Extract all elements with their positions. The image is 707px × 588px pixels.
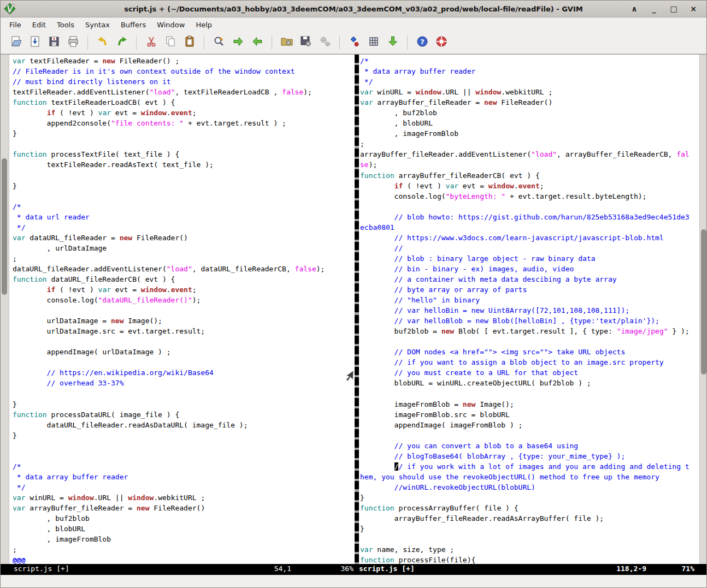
code-line: var arrayBuffer_fileReader = new FileRea…: [13, 503, 355, 513]
code-line: ;: [13, 544, 355, 555]
statusline-scroll-percent: 36%: [341, 565, 354, 573]
code-pane-left[interactable]: var textFileReader = new FileReader() ;/…: [13, 56, 355, 565]
toolbar-paste-button[interactable]: [180, 34, 199, 51]
gvim-window: script.js + (~/Documents/a03_hobby/a03_3…: [0, 0, 707, 588]
code-line: buf2blob = new Blob( [ evt.target.result…: [360, 326, 699, 336]
code-line: // you can convert a blob to a base64 us…: [360, 441, 699, 451]
save-icon: [28, 35, 42, 50]
menu-help[interactable]: Help: [190, 19, 217, 31]
toolbar-find-prev-button[interactable]: [248, 34, 267, 51]
code-line: //winURL.revokeObjectURL(blobURL): [360, 482, 699, 492]
toolbar-copy-button[interactable]: [161, 34, 180, 51]
vertical-split-separator[interactable]: [355, 55, 359, 565]
code-line: var arrayBuffer_fileReader = new FileRea…: [360, 97, 699, 108]
maximize-button[interactable]: □: [669, 4, 678, 13]
code-line: [360, 201, 699, 212]
statusline-filename: script.js [+]: [14, 565, 69, 573]
toolbar-run-script-button[interactable]: [315, 34, 334, 51]
toolbar-load-session-button[interactable]: [277, 34, 296, 51]
toolbar-save-all-button[interactable]: [44, 34, 63, 51]
code-line: function processArrayBuffer( file ) {: [360, 503, 699, 513]
code-line: var name, size, type ;: [360, 544, 699, 555]
minimize-button[interactable]: _: [650, 4, 658, 13]
menu-tools[interactable]: Tools: [51, 19, 80, 31]
code-line: ;: [13, 253, 355, 264]
toolbar: ?: [1, 32, 706, 54]
code-line: /*: [360, 56, 699, 66]
menu-file[interactable]: File: [4, 19, 27, 31]
code-line: ;: [360, 139, 699, 149]
copy-icon: [164, 35, 177, 50]
code-line: * data array buffer reader: [13, 472, 355, 482]
statusline-cursor-position: 118,2-9: [616, 565, 646, 573]
build-tags-icon: [367, 35, 380, 50]
code-line: // blob howto: https://gist.github.com/h…: [360, 212, 699, 222]
menu-buffers[interactable]: Buffers: [115, 19, 151, 31]
toolbar-save-session-button[interactable]: [296, 34, 315, 51]
code-line: , imageFromBlob: [360, 128, 699, 139]
toolbar-separator: [87, 35, 88, 50]
toolbar-redo-button[interactable]: [112, 34, 131, 51]
code-line: , buf2blob: [360, 108, 699, 118]
shade-button[interactable]: ∧: [630, 4, 639, 13]
code-line: function arrayBuffer_fileReaderCB( evt )…: [360, 170, 699, 181]
code-line: [360, 336, 699, 347]
code-line: [13, 191, 355, 201]
menu-window[interactable]: Window: [151, 19, 190, 31]
save-session-icon: [299, 35, 313, 50]
code-line: // https://www.w3docs.com/learn-javascri…: [360, 233, 699, 243]
tag-jump-icon: [386, 35, 399, 50]
code-line: // var helloBlob = new Blob([helloBin] ,…: [360, 316, 699, 326]
statusline-left-window[interactable]: script.js [+] 54,1 36%: [1, 564, 356, 575]
right-scrollbar-track[interactable]: [699, 55, 707, 565]
code-line: // byte array or array of parts: [360, 284, 699, 295]
code-pane-right[interactable]: /* * data array buffer reader */var winU…: [360, 56, 699, 565]
code-line: // FileReader is in it's own context out…: [13, 66, 355, 76]
toolbar-separator: [204, 35, 204, 50]
code-line: // must bind directly listeners on it: [13, 76, 355, 87]
code-line: }: [360, 492, 699, 503]
toolbar-save-button[interactable]: [25, 34, 44, 51]
find-prev-icon: [251, 35, 264, 50]
toolbar-tag-jump-button[interactable]: [383, 34, 402, 51]
toolbar-make-button[interactable]: [345, 34, 364, 51]
svg-text:?: ?: [420, 38, 425, 46]
toolbar-cut-button[interactable]: [142, 34, 161, 51]
toolbar-print-button[interactable]: [63, 34, 83, 51]
code-line: if ( !evt ) var evt = window.event;: [360, 181, 699, 191]
code-line: console.log("dataURL_fileReader()");: [13, 295, 355, 305]
code-line: , blobURL: [13, 524, 355, 534]
code-line: function dataURL_fileReaderCB( evt ) {: [13, 274, 355, 284]
toolbar-undo-button[interactable]: [93, 34, 112, 51]
statusline-right-window[interactable]: script.js [+] 118,2-9 71%: [356, 564, 707, 575]
code-line: // if you want to assign a blob object t…: [360, 357, 699, 367]
titlebar[interactable]: script.js + (~/Documents/a03_hobby/a03_3…: [1, 1, 706, 17]
toolbar-help-button[interactable]: ?: [413, 34, 432, 51]
menu-edit[interactable]: Edit: [27, 19, 51, 31]
toolbar-build-tags-button[interactable]: [364, 34, 383, 51]
toolbar-find-replace-button[interactable]: [209, 34, 228, 51]
code-line: if ( !evt ) var evt = window.event;: [13, 284, 355, 295]
toolbar-find-help-button[interactable]: [432, 34, 451, 51]
code-line: /*: [13, 461, 355, 472]
code-line: // overhead 33-37%: [13, 378, 355, 388]
right-scrollbar-thumb[interactable]: [701, 229, 706, 375]
code-line: appendImage( urlDataImage ) ;: [13, 347, 355, 357]
toolbar-find-next-button[interactable]: [228, 34, 248, 51]
code-line: [13, 170, 355, 181]
toolbar-open-button[interactable]: [6, 34, 25, 51]
toolbar-separator: [272, 35, 272, 50]
save-all-icon: [48, 35, 61, 50]
left-scrollbar-thumb[interactable]: [2, 158, 7, 295]
code-line: arrayBuffer_fileReader.readAsArrayBuffer…: [360, 513, 699, 524]
code-line: // https://en.wikipedia.org/wiki/Base64: [13, 367, 355, 378]
menu-syntax[interactable]: Syntax: [80, 19, 115, 31]
run-script-icon: [319, 35, 332, 50]
left-scrollbar-track[interactable]: [1, 55, 9, 565]
editor-area: var textFileReader = new FileReader() ;/…: [1, 54, 707, 565]
code-line: [13, 451, 355, 461]
code-line: imageFromBlob.src = blobURL: [360, 409, 699, 420]
code-line: , buf2blob: [13, 513, 355, 524]
open-icon: [9, 35, 22, 50]
close-button[interactable]: ×: [689, 4, 698, 13]
